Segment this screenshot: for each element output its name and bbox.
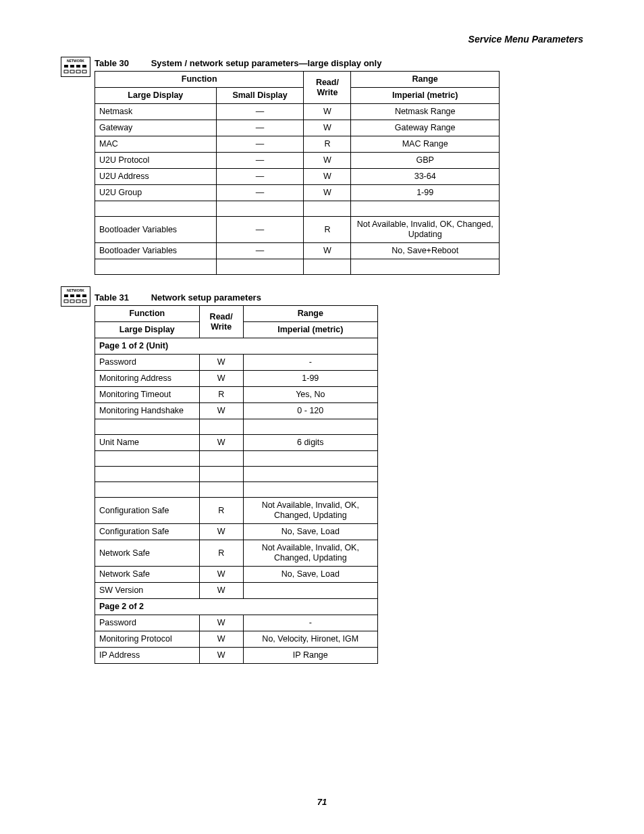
cell [199,482,243,498]
table-row [95,201,500,217]
svg-text:NETWORK: NETWORK [67,59,84,63]
svg-rect-18 [76,300,80,303]
th-imperial-metric: Imperial (metric) [243,322,377,338]
table-row: Configuration SafeRNot Available, Invali… [95,498,378,524]
table-row: Network SafeWNo, Save, Load [95,567,378,583]
table-row: Gateway—WGateway Range [95,120,500,136]
cell: U2U Address [95,169,217,185]
table-row: Bootloader Variables—WNo, Save+Reboot [95,243,500,259]
cell: W [199,435,243,451]
cell: W [199,648,243,664]
cell: W [304,185,351,201]
table-row: Configuration SafeWNo, Save, Load [95,524,378,540]
table-row: Page 1 of 2 (Unit) [95,338,378,355]
cell [304,201,351,217]
th-imperial-metric: Imperial (metric) [351,88,500,104]
cell [243,451,377,467]
cell: Network Safe [95,567,200,583]
svg-text:NETWORK: NETWORK [67,288,84,292]
cell: 1-99 [351,185,500,201]
svg-rect-14 [76,294,80,297]
cell: U2U Group [95,185,217,201]
cell: Netmask Range [351,104,500,120]
svg-rect-17 [70,300,74,303]
cell: W [304,104,351,120]
cell [243,467,377,482]
cell: Not Available, Invalid, OK, Changed, Upd… [243,498,377,524]
cell [199,451,243,467]
cell: No, Save, Load [243,524,377,540]
cell [243,583,377,599]
cell: Not Available, Invalid, OK, Changed, Upd… [243,540,377,567]
cell: — [216,153,304,169]
cell: — [216,104,304,120]
cell [95,201,217,217]
table-row [95,259,500,275]
svg-rect-5 [82,65,86,68]
cell: R [199,387,243,403]
table-row: Monitoring AddressW1-99 [95,371,378,387]
cell: — [216,243,304,259]
th-range: Range [243,306,377,322]
cell: W [304,153,351,169]
table-row: PasswordW- [95,355,378,371]
cell [351,259,500,275]
svg-rect-9 [82,70,86,73]
cell [95,467,200,482]
cell: Not Available, Invalid, OK, Changed, Upd… [351,217,500,243]
cell [95,259,217,275]
svg-rect-2 [64,65,68,68]
cell: 6 digits [243,435,377,451]
table-row [95,467,378,482]
table-row: MAC—RMAC Range [95,136,500,153]
cell: Monitoring Handshake [95,403,200,419]
cell: W [199,567,243,583]
cell: R [199,540,243,567]
cell: MAC Range [351,136,500,153]
cell [351,201,500,217]
cell: No, Velocity, Hironet, IGM [243,631,377,648]
cell: W [199,403,243,419]
svg-rect-3 [70,65,74,68]
cell: W [304,243,351,259]
table-row: Page 2 of 2 [95,599,378,615]
cell [304,259,351,275]
section-header: Service Menu Parameters [61,34,583,45]
cell: Monitoring Address [95,371,200,387]
cell: No, Save+Reboot [351,243,500,259]
table-31: Function Read/ Write Range Large Display… [95,305,378,664]
svg-rect-13 [70,294,74,297]
network-icon: NETWORK [61,286,90,307]
cell: Bootloader Variables [95,217,217,243]
table-row: U2U Address—W33-64 [95,169,500,185]
cell: W [199,371,243,387]
th-range: Range [351,72,500,88]
cell [243,419,377,435]
svg-rect-8 [76,70,80,73]
cell [95,419,200,435]
table-row: Network SafeRNot Available, Invalid, OK,… [95,540,378,567]
svg-rect-7 [70,70,74,73]
svg-rect-4 [76,65,80,68]
th-function: Function [95,306,200,322]
cell [199,419,243,435]
cell: Unit Name [95,435,200,451]
svg-rect-19 [82,300,86,303]
cell: R [304,136,351,153]
cell: Yes, No [243,387,377,403]
table-row [95,451,378,467]
cell: — [216,185,304,201]
svg-rect-12 [64,294,68,297]
cell: W [199,355,243,371]
cell: W [199,524,243,540]
table-row: Monitoring ProtocolWNo, Velocity, Hirone… [95,631,378,648]
table-row: U2U Group—W1-99 [95,185,500,201]
th-large-display: Large Display [95,322,200,338]
cell [95,451,200,467]
cell: GBP [351,153,500,169]
svg-rect-15 [82,294,86,297]
cell: R [199,498,243,524]
table-30-caption: Table 30 System / network setup paramete… [95,58,583,68]
cell: Password [95,615,200,631]
cell: No, Save, Load [243,567,377,583]
